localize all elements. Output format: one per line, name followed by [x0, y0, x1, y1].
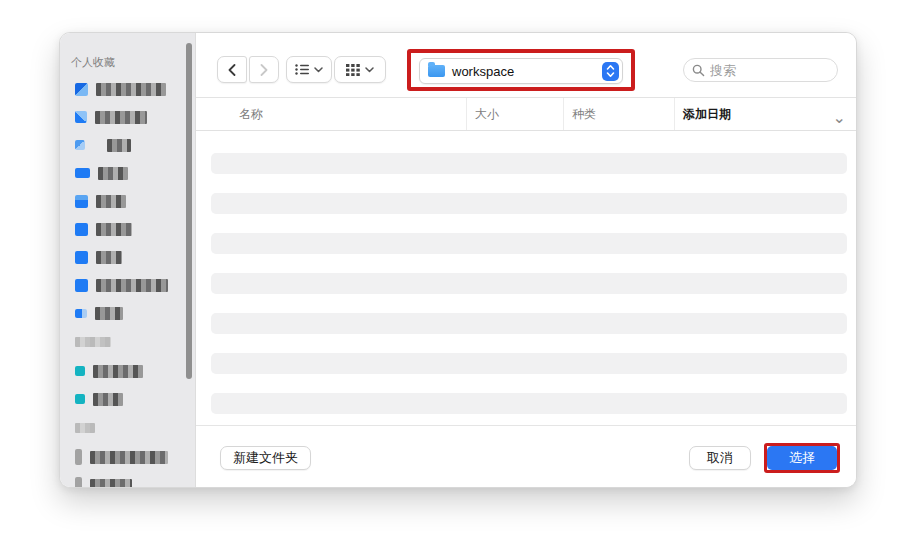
sidebar-item-icon — [75, 111, 87, 123]
sidebar-item-icon — [75, 394, 85, 404]
sidebar: 个人收藏 — [60, 33, 196, 487]
column-header-name[interactable]: 名称 — [196, 98, 466, 130]
sidebar-item-icon — [75, 195, 88, 208]
file-row[interactable] — [211, 153, 847, 174]
file-row[interactable] — [211, 273, 847, 294]
annotation-box-choose: 选择 — [764, 443, 840, 473]
sidebar-item[interactable] — [60, 271, 195, 299]
sidebar-item[interactable] — [60, 159, 195, 187]
chevron-down-icon — [365, 67, 374, 73]
sidebar-item[interactable] — [60, 443, 195, 471]
file-row[interactable] — [211, 393, 847, 414]
sidebar-item[interactable] — [60, 299, 195, 327]
sidebar-item[interactable] — [60, 471, 195, 487]
redacted-label — [95, 307, 123, 320]
file-row[interactable] — [211, 233, 847, 254]
chevron-left-icon — [228, 64, 236, 76]
search-field[interactable] — [683, 58, 838, 82]
sidebar-item[interactable] — [60, 187, 195, 215]
sidebar-item[interactable] — [60, 131, 195, 159]
sidebar-item-icon — [75, 279, 88, 292]
sidebar-item[interactable] — [60, 103, 195, 131]
folder-icon — [428, 65, 445, 77]
sidebar-item[interactable] — [60, 215, 195, 243]
redacted-label — [96, 195, 126, 208]
popup-stepper-icon[interactable] — [602, 62, 619, 81]
sidebar-group-title-redacted — [60, 413, 195, 443]
redacted-label — [95, 111, 147, 124]
sidebar-item-icon — [75, 168, 90, 178]
redacted-label — [98, 167, 128, 180]
redacted-label — [90, 479, 132, 488]
sidebar-content: 个人收藏 — [60, 33, 195, 487]
sidebar-item-icon — [75, 140, 85, 150]
back-button[interactable] — [217, 56, 247, 83]
sidebar-item[interactable] — [60, 385, 195, 413]
grid-view-icon — [346, 64, 360, 76]
sidebar-group-title-redacted — [60, 327, 195, 357]
sort-direction-chevron[interactable]: ⌄ — [833, 108, 846, 127]
footer: 新建文件夹 取消 选择 — [196, 425, 856, 488]
cancel-button[interactable]: 取消 — [689, 446, 751, 470]
sidebar-scrollbar[interactable] — [186, 43, 192, 379]
sidebar-item-icon — [75, 366, 85, 376]
redacted-label — [96, 223, 132, 236]
list-view-icon — [295, 64, 309, 75]
group-view-menu-button[interactable] — [334, 56, 386, 83]
sidebar-group-title: 个人收藏 — [60, 49, 195, 75]
choose-button[interactable]: 选择 — [767, 446, 837, 470]
redacted-label — [75, 423, 95, 433]
redacted-label — [93, 393, 123, 406]
file-row[interactable] — [211, 313, 847, 334]
redacted-label — [90, 451, 168, 464]
file-row[interactable] — [211, 353, 847, 374]
redacted-label — [96, 279, 168, 292]
file-list — [196, 131, 856, 425]
redacted-label — [107, 139, 131, 152]
sidebar-item[interactable] — [60, 357, 195, 385]
sidebar-item[interactable] — [60, 243, 195, 271]
location-dropdown[interactable]: workspace — [419, 58, 623, 84]
toolbar: workspace — [196, 33, 856, 98]
new-folder-button[interactable]: 新建文件夹 — [220, 446, 311, 470]
main-panel: workspace 名称大小种类添加日期⌄ 新建文件夹 — [196, 33, 856, 487]
sidebar-item[interactable] — [60, 75, 195, 103]
sidebar-item-icon — [75, 449, 82, 465]
sidebar-item-icon — [75, 251, 88, 264]
column-header-kind[interactable]: 种类 — [563, 98, 674, 130]
search-input[interactable] — [710, 63, 829, 78]
column-header-size[interactable]: 大小 — [466, 98, 563, 130]
sidebar-item-icon — [75, 477, 82, 487]
file-picker-dialog: 个人收藏 — [59, 32, 857, 488]
sidebar-item-icon — [75, 223, 88, 236]
location-label: workspace — [452, 64, 595, 79]
redacted-label — [96, 251, 122, 264]
file-row[interactable] — [211, 193, 847, 214]
chevron-right-icon — [260, 64, 268, 76]
list-view-menu-button[interactable] — [286, 56, 332, 83]
forward-button[interactable] — [249, 56, 279, 83]
chevron-down-icon — [314, 67, 323, 73]
redacted-label — [93, 365, 143, 378]
sidebar-item-icon — [75, 309, 87, 318]
sidebar-item-icon — [75, 83, 88, 96]
column-header-row: 名称大小种类添加日期⌄ — [196, 98, 856, 131]
redacted-label — [96, 83, 166, 96]
redacted-label — [75, 337, 111, 347]
column-header-date[interactable]: 添加日期 — [674, 98, 856, 130]
search-icon — [692, 64, 705, 77]
